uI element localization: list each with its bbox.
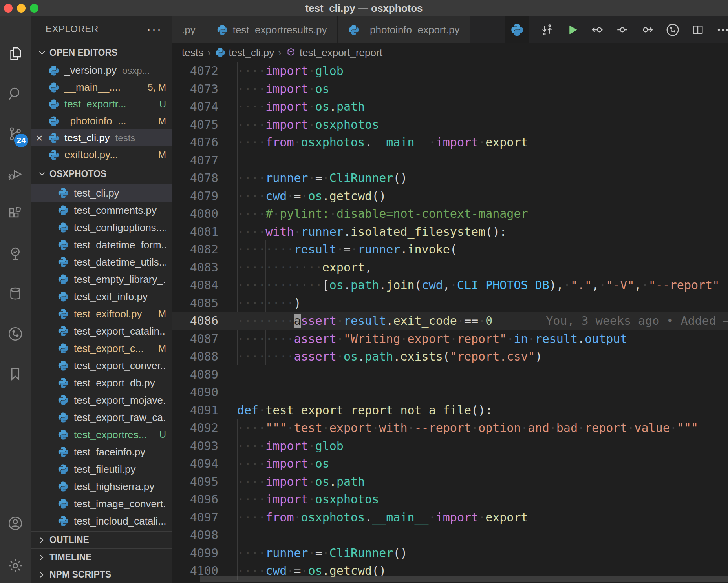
code-line[interactable]: 4093····import·glob (172, 437, 728, 455)
tree-item[interactable]: test_export_c...M (31, 340, 172, 357)
horizontal-scrollbar[interactable] (200, 576, 728, 582)
tree-item[interactable]: test_empty_library_... (31, 271, 172, 288)
open-editor-item[interactable]: ×__main__....5, M (31, 79, 172, 96)
line-number[interactable]: 4098 (172, 526, 218, 544)
python-interpreter-icon[interactable] (505, 16, 529, 43)
code-line[interactable]: 4073····import·os (172, 80, 728, 98)
code-line[interactable]: 4074····import·os.path (172, 98, 728, 116)
previous-change-icon[interactable] (590, 23, 604, 37)
code-line[interactable]: 4086········assert·result.exit_code·==·0… (172, 312, 728, 330)
code-line[interactable]: 4082········result·=·runner.invoke( (172, 240, 728, 259)
line-number[interactable]: 4085 (172, 294, 218, 312)
line-number[interactable]: 4099 (172, 544, 218, 562)
tree-item[interactable]: test_highsierra.py (31, 478, 172, 495)
code-line[interactable]: 4079····cwd·=·os.getcwd() (172, 187, 728, 205)
tree-item[interactable]: test_export_catalin... (31, 322, 172, 340)
line-number[interactable]: 4095 (172, 473, 218, 491)
line-number[interactable]: 4090 (172, 383, 218, 401)
test-explorer-icon[interactable] (0, 241, 31, 266)
breadcrumb-item[interactable]: tests (182, 47, 203, 59)
gitlens-graph-icon[interactable] (666, 23, 680, 37)
code-line[interactable]: 4090 (172, 383, 728, 401)
line-number[interactable]: 4083 (172, 259, 218, 277)
code-line[interactable]: 4077 (172, 151, 728, 169)
tree-item[interactable]: test_image_convert... (31, 495, 172, 512)
open-editor-item[interactable]: ×_photoinfo_...M (31, 113, 172, 129)
run-and-debug-icon[interactable] (0, 161, 31, 186)
sidebar-more-actions[interactable]: ··· (147, 25, 162, 33)
line-number[interactable]: 4091 (172, 401, 218, 419)
account-icon[interactable] (0, 511, 31, 536)
gitlens-icon[interactable] (0, 321, 31, 346)
open-editors-header[interactable]: OPEN EDITORS (31, 43, 172, 62)
current-change-icon[interactable] (615, 23, 629, 37)
code-line[interactable]: 4078····runner·=·CliRunner() (172, 169, 728, 187)
bookmarks-icon[interactable] (0, 361, 31, 386)
line-number[interactable]: 4073 (172, 80, 218, 98)
tree-item[interactable]: test_exportres...U (31, 426, 172, 443)
line-number[interactable]: 4084 (172, 276, 218, 294)
line-number[interactable]: 4076 (172, 133, 218, 151)
line-number[interactable]: 4093 (172, 437, 218, 455)
tree-item[interactable]: test_export_db.py (31, 374, 172, 392)
code-line[interactable]: 4080····#·pylint:·disable=not-context-ma… (172, 205, 728, 223)
line-number[interactable]: 4075 (172, 116, 218, 134)
line-number[interactable]: 4096 (172, 490, 218, 508)
split-editor-icon[interactable] (691, 23, 705, 37)
tree-item[interactable]: test_incloud_catali... (31, 512, 172, 530)
tree-item[interactable]: test_datetime_utils.... (31, 253, 172, 271)
line-number[interactable]: 4079 (172, 187, 218, 205)
line-number[interactable]: 4072 (172, 62, 218, 80)
tree-item[interactable]: test_cli.py (31, 184, 172, 202)
tree-item[interactable]: test_fileutil.py (31, 461, 172, 478)
tree-item[interactable]: test_export_mojave... (31, 392, 172, 409)
tree-item[interactable]: test_configoptions.... (31, 219, 172, 236)
code-line[interactable]: 4097····from·osxphotos.__main__·import·e… (172, 508, 728, 527)
open-editor-item[interactable]: ×_version.pyosxp... (31, 62, 172, 79)
code-line[interactable]: 4076····from·osxphotos.__main__·import·e… (172, 133, 728, 151)
code-line[interactable]: 4099····runner·=·CliRunner() (172, 544, 728, 562)
code-line[interactable]: 4084············[os.path.join(cwd,·CLI_P… (172, 276, 728, 294)
code-line[interactable]: 4096····import·osxphotos (172, 490, 728, 508)
open-editor-item[interactable]: ×test_exportr...U (31, 96, 172, 113)
tree-item[interactable]: test_export_raw_ca... (31, 409, 172, 426)
line-number[interactable]: 4087 (172, 330, 218, 348)
line-number[interactable]: 4094 (172, 455, 218, 473)
line-number[interactable]: 4074 (172, 98, 218, 116)
code-line[interactable]: 4072····import·glob (172, 62, 728, 80)
next-change-icon[interactable] (640, 23, 655, 37)
open-editor-item[interactable]: ×test_cli.pytests (31, 129, 172, 146)
line-number[interactable]: 4092 (172, 419, 218, 437)
close-editor-icon[interactable]: × (31, 131, 48, 145)
settings-gear-icon[interactable] (0, 553, 31, 578)
code-line[interactable]: 4092····"""·test·export·with·--report·op… (172, 419, 728, 437)
sidebar-panel-timeline[interactable]: TIMELINE (31, 548, 172, 566)
tree-item[interactable]: test_datetime_form... (31, 236, 172, 253)
code-line[interactable]: 4089 (172, 366, 728, 384)
line-number[interactable]: 4097 (172, 508, 218, 527)
code-line[interactable]: 4095····import·os.path (172, 473, 728, 491)
tree-item[interactable]: test_faceinfo.py (31, 443, 172, 461)
editor-tab[interactable]: _photoinfo_export.py (338, 16, 470, 43)
sidebar-panel-npm-scripts[interactable]: NPM SCRIPTS (31, 566, 172, 583)
breadcrumb-item[interactable]: test_cli.py (215, 47, 274, 59)
line-number[interactable]: 4078 (172, 169, 218, 187)
code-line[interactable]: 4091def·test_export_report_not_a_file(): (172, 401, 728, 419)
workspace-folder-header[interactable]: OSXPHOTOS (31, 163, 172, 184)
line-number[interactable]: 4082 (172, 240, 218, 259)
code-editor[interactable]: 4072····import·glob4073····import·os4074… (172, 62, 728, 583)
code-line[interactable]: 4087········assert·"Writing·export·repor… (172, 330, 728, 348)
code-line[interactable]: 4094····import·os (172, 455, 728, 473)
explorer-icon[interactable] (0, 41, 31, 66)
open-editor-item[interactable]: ×exiftool.py...M (31, 146, 172, 163)
line-number[interactable]: 4088 (172, 348, 218, 366)
code-line[interactable]: 4083············export, (172, 259, 728, 277)
search-icon[interactable] (0, 81, 31, 106)
tree-item[interactable]: test_exiftool.pyM (31, 305, 172, 322)
editor-tab[interactable]: .py (172, 16, 206, 43)
code-line[interactable]: 4075····import·osxphotos (172, 116, 728, 134)
tree-item[interactable]: test_exif_info.py (31, 288, 172, 305)
open-changes-icon[interactable] (540, 23, 554, 37)
breadcrumb-item[interactable]: test_export_report (285, 47, 382, 59)
tree-item[interactable]: test_export_conver... (31, 357, 172, 374)
